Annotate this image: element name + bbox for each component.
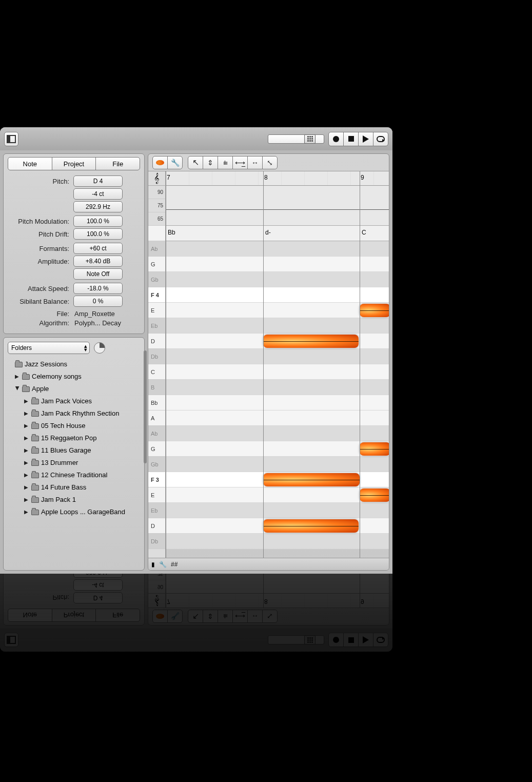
pitch-hz-field[interactable]: 292.9 Hz [73, 574, 123, 578]
db-tick: 90 [148, 580, 165, 593]
folders-dropdown[interactable]: Folders ▴▾ [8, 342, 90, 354]
disclosure-triangle-icon[interactable]: ▶ [24, 432, 29, 444]
tab-note[interactable]: Note [8, 157, 52, 170]
note-off-button[interactable]: Note Off [73, 268, 123, 280]
pitch-cents-field[interactable]: -4 ct [73, 188, 123, 200]
disclosure-triangle-icon[interactable]: ▶ [24, 481, 29, 494]
record-button[interactable] [328, 633, 344, 648]
amplitude-field[interactable]: +8.40 dB [73, 256, 123, 267]
separation-tool-button[interactable]: ⤡ [262, 156, 278, 169]
folder-icon [31, 411, 39, 417]
note-blob[interactable] [360, 304, 389, 317]
formant-tool-button[interactable]: ⟷̲ [232, 156, 248, 169]
blob-view-button[interactable] [152, 156, 168, 169]
pitch-note-field[interactable]: D 4 [73, 592, 123, 603]
disclosure-triangle-icon[interactable]: ▶ [24, 469, 29, 481]
disclosure-triangle-icon[interactable]: ▶ [24, 444, 29, 457]
note-row-label: D [148, 334, 165, 349]
tab-file[interactable]: File [95, 609, 140, 622]
stop-button[interactable] [343, 132, 359, 146]
folder-item[interactable]: ▶15 Reggaeton Pop [8, 432, 140, 444]
folder-item[interactable]: Jazz Sessions [8, 358, 140, 370]
play-button[interactable] [358, 633, 373, 648]
stop-button[interactable] [343, 633, 359, 648]
sidebar-toggle-button[interactable] [4, 132, 18, 146]
pitch-cents-field[interactable]: -4 ct [73, 579, 123, 591]
folder-item[interactable]: ▶14 Future Bass [8, 481, 140, 494]
folder-item[interactable]: ▶Jam Pack Voices [8, 395, 140, 407]
algorithm-label: Algorithm: [8, 319, 73, 327]
folder-item[interactable]: ▶Jam Pack Rhythm Section [8, 407, 140, 420]
sidebar-toggle-button[interactable] [4, 633, 18, 648]
disclosure-triangle-icon[interactable]: ▶ [24, 407, 29, 420]
zoom-slider[interactable] [268, 636, 324, 645]
editor-grid[interactable]: 789 Bbd-C [166, 171, 389, 558]
note-blob[interactable] [360, 488, 389, 502]
disclosure-triangle-icon[interactable]: ▶ [24, 506, 29, 518]
note-blob[interactable] [360, 442, 389, 456]
folder-item[interactable]: ▶Apple Loops ... GarageBand [8, 506, 140, 518]
pointer-tool-button[interactable]: ↖ [188, 610, 203, 623]
formants-field[interactable]: +60 ct [73, 243, 123, 254]
disclosure-triangle-icon[interactable]: ▶ [24, 395, 29, 407]
formant-tool-button[interactable]: ⟷̲ [232, 610, 248, 623]
note-editor: 🔧 ↖ ⇕ ılıı ⟷̲ ↔ ⤡ 𝄞 907565AbGGbF 4EEbDDb… [148, 574, 389, 625]
sidebar-scrollbar[interactable] [144, 350, 147, 463]
folder-item[interactable]: ▶05 Tech House [8, 420, 140, 432]
folder-label: 15 Reggaeton Pop [41, 432, 96, 444]
inspector-panel: Note Project File Pitch: D 4 -4 ct 292.9… [3, 153, 145, 334]
play-button[interactable] [358, 132, 373, 146]
pitch-hz-field[interactable]: 292.9 Hz [73, 201, 123, 212]
modulation-tool-button[interactable]: ılıı [218, 156, 233, 169]
record-button[interactable] [328, 132, 344, 146]
note-blob[interactable] [263, 519, 359, 533]
amplitude-lane[interactable] [166, 574, 389, 593]
piano-roll[interactable] [166, 241, 389, 558]
chord-lane[interactable]: Bbd-C [166, 226, 389, 241]
time-ruler[interactable]: 789 [166, 171, 389, 186]
folder-item[interactable]: ▶Jam Pack 1 [8, 494, 140, 506]
note-row-label: F 3 [148, 472, 165, 487]
folder-item[interactable]: ▶13 Drummer [8, 457, 140, 469]
tools-button[interactable]: 🔧 [167, 610, 183, 623]
modulation-tool-button[interactable]: ılıı [218, 610, 233, 623]
footer-wrench-icon[interactable]: 🔧 [159, 561, 167, 568]
zoom-slider[interactable] [268, 134, 324, 144]
pitch-note-field[interactable]: D 4 [73, 175, 123, 187]
separation-tool-button[interactable]: ⤡ [262, 610, 278, 623]
sibilant-field[interactable]: 0 % [73, 296, 123, 307]
folder-item[interactable]: ▶Apple [8, 383, 140, 395]
folder-item[interactable]: ▶Celemony songs [8, 370, 140, 383]
footer-sharps-icon[interactable]: ## [171, 561, 178, 568]
disclosure-triangle-icon[interactable]: ▶ [24, 494, 29, 506]
tools-button[interactable]: 🔧 [167, 156, 183, 169]
bar-number: 9 [361, 174, 364, 181]
time-tool-button[interactable]: ↔ [247, 610, 263, 623]
amplitude-lane[interactable] [166, 186, 389, 226]
note-blob[interactable] [263, 473, 360, 486]
pitch-drift-field[interactable]: 100.0 % [73, 228, 123, 240]
tab-note[interactable]: Note [8, 609, 52, 622]
pitch-mod-field[interactable]: 100.0 % [73, 216, 123, 227]
footer-marker-icon[interactable]: ▮ [151, 561, 155, 568]
time-ruler[interactable]: 789 [166, 593, 389, 608]
pitch-tool-button[interactable]: ⇕ [203, 610, 218, 623]
time-tool-button[interactable]: ↔ [247, 156, 263, 169]
note-blob[interactable] [263, 335, 359, 348]
disclosure-triangle-icon[interactable]: ▶ [24, 420, 29, 432]
disclosure-triangle-icon[interactable]: ▶ [24, 457, 29, 469]
bar-number: 8 [264, 598, 268, 605]
tab-project[interactable]: Project [52, 157, 96, 170]
pitch-tool-button[interactable]: ⇕ [203, 156, 218, 169]
cycle-button[interactable] [373, 132, 388, 146]
tab-file[interactable]: File [95, 157, 140, 170]
attack-field[interactable]: -18.0 % [73, 283, 123, 294]
cycle-button[interactable] [373, 633, 388, 648]
tab-project[interactable]: Project [52, 609, 96, 622]
disclosure-triangle-icon[interactable]: ▶ [15, 370, 20, 383]
editor-grid[interactable]: 789 Bbd-C [166, 574, 389, 608]
blob-view-button[interactable] [152, 610, 168, 623]
folder-item[interactable]: ▶12 Chinese Traditional [8, 469, 140, 481]
pointer-tool-button[interactable]: ↖ [188, 156, 203, 169]
folder-item[interactable]: ▶11 Blues Garage [8, 444, 140, 457]
